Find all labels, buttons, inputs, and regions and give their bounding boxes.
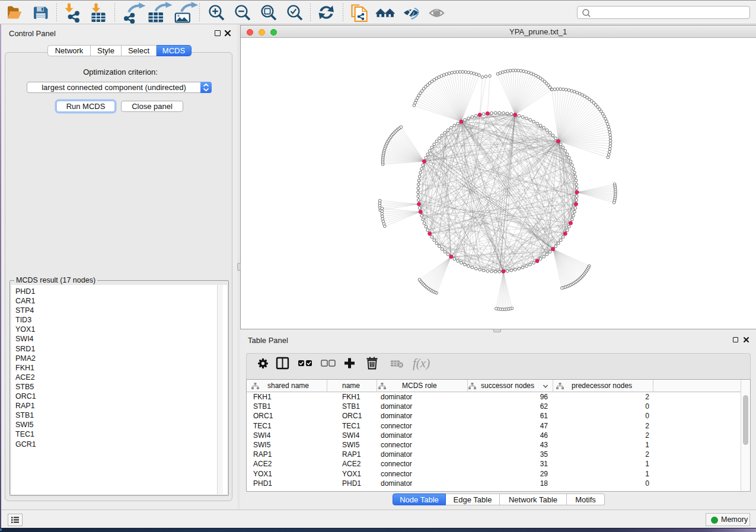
svg-text:f(x): f(x) (413, 356, 430, 370)
